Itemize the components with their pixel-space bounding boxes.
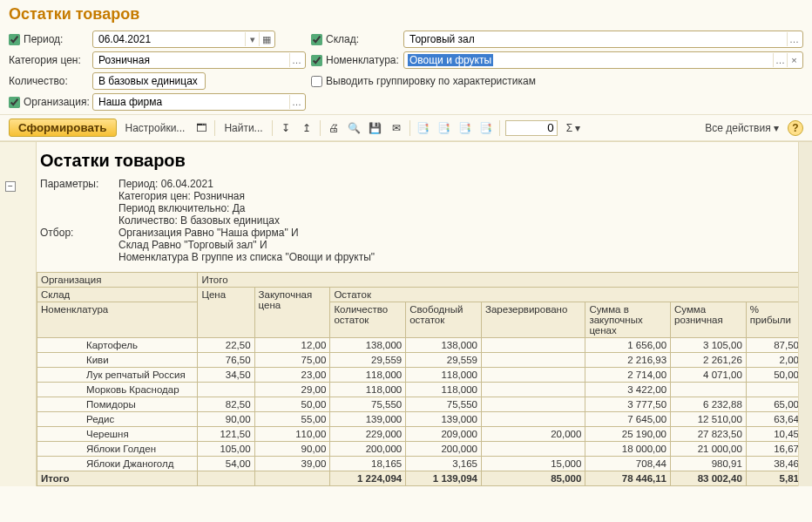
cell-pprice: 39,00: [254, 457, 330, 471]
dropdown-icon[interactable]: ▾: [245, 32, 259, 46]
col-remainder-group: Остаток: [330, 288, 798, 302]
cell-qty: 118,000: [330, 368, 406, 383]
cell-res: [482, 412, 585, 427]
cell-free: 75,550: [406, 397, 482, 412]
org-checkbox[interactable]: [9, 97, 20, 108]
period-field[interactable]: ▾ ▦: [92, 31, 275, 48]
settings-icon[interactable]: 🗔: [193, 120, 209, 136]
nomen-field[interactable]: Овощи и фрукты … ×: [403, 51, 803, 69]
cell-qty: 138,000: [330, 338, 406, 353]
price-cat-input[interactable]: [97, 53, 289, 67]
qty-field[interactable]: [92, 72, 206, 90]
cell-pprice: 110,00: [254, 427, 330, 442]
table-row[interactable]: Черешня121,50110,00229,000209,00020,0002…: [37, 427, 799, 442]
ellipsis-icon[interactable]: …: [289, 95, 303, 109]
org-field[interactable]: …: [92, 93, 306, 111]
table-row[interactable]: Картофель22,5012,00138,000138,0001 656,0…: [37, 338, 799, 353]
warehouse-input[interactable]: [408, 32, 787, 46]
print-icon[interactable]: 🖨: [326, 120, 342, 136]
col-warehouse: Склад: [37, 288, 198, 302]
sigma-button[interactable]: Σ ▾: [563, 122, 585, 134]
calendar-icon[interactable]: ▦: [259, 32, 273, 46]
org-input[interactable]: [97, 95, 289, 109]
cell-res: [482, 338, 585, 353]
ellipsis-icon[interactable]: …: [289, 53, 303, 67]
cell-pct: 10,45: [746, 427, 798, 442]
cell-pct: [746, 383, 798, 397]
report-parameters: Параметры: Период: 06.04.2021 Категория …: [37, 178, 798, 263]
col-reserved: Зарезервировано: [482, 302, 585, 338]
cell-price: 54,00: [198, 457, 254, 471]
separator: [409, 120, 410, 136]
ellipsis-icon[interactable]: …: [773, 53, 787, 67]
nomen-checkbox[interactable]: [311, 55, 322, 66]
table-row[interactable]: Яблоки Джаноголд54,0039,0018,1653,16515,…: [37, 457, 799, 471]
cell-spur: 25 190,00: [585, 427, 671, 442]
cell-pct: 63,64: [746, 412, 798, 427]
page-title: Остатки товаров: [0, 0, 812, 31]
warehouse-field[interactable]: …: [403, 31, 803, 48]
warehouse-checkbox[interactable]: [311, 34, 322, 45]
save-icon[interactable]: 💾: [368, 120, 383, 136]
mail-icon[interactable]: ✉: [389, 120, 404, 136]
ellipsis-icon[interactable]: …: [787, 32, 801, 46]
variant3-icon[interactable]: 📑: [457, 120, 473, 136]
col-org: Организация: [37, 273, 198, 288]
cell-name: Картофель: [37, 338, 198, 353]
qty-input[interactable]: [97, 74, 231, 88]
filter-label: Отбор:: [40, 227, 118, 263]
help-icon[interactable]: ?: [788, 120, 803, 136]
form-button[interactable]: Сформировать: [9, 119, 117, 137]
counter-input[interactable]: [505, 120, 558, 136]
cell-sret: 4 071,00: [671, 368, 747, 383]
table-row[interactable]: Морковь Краснодар29,00118,000118,0003 42…: [37, 383, 799, 397]
price-cat-field[interactable]: …: [92, 51, 306, 69]
col-free-rem: Свободный остаток: [406, 302, 482, 338]
cell-pprice: 90,00: [254, 442, 330, 457]
period-checkbox[interactable]: [9, 34, 20, 45]
collapse-icon[interactable]: ↧: [278, 120, 294, 136]
cell-qty: 229,000: [330, 427, 406, 442]
cell-free: 200,000: [406, 442, 482, 457]
variant2-icon[interactable]: 📑: [436, 120, 452, 136]
all-actions-button[interactable]: Все действия ▾: [701, 122, 782, 134]
find-button[interactable]: Найти...: [220, 122, 266, 134]
cell-sret: 21 000,00: [671, 442, 747, 457]
col-sum-retail: Сумма розничная: [671, 302, 747, 338]
param-line: Период включительно: Да: [118, 202, 280, 214]
table-row[interactable]: Яблоки Голден105,0090,00200,000200,00018…: [37, 442, 799, 457]
expand-icon[interactable]: ↥: [299, 120, 315, 136]
report-title: Остатки товаров: [37, 142, 798, 178]
cell-pprice: 29,00: [254, 383, 330, 397]
period-input[interactable]: [97, 32, 245, 46]
cell-spur: 2 714,00: [585, 368, 671, 383]
nomen-value-selected[interactable]: Овощи и фрукты: [408, 54, 493, 66]
preview-icon[interactable]: 🔍: [347, 120, 362, 136]
cell-sret: 12 510,00: [671, 412, 747, 427]
collapse-node-icon[interactable]: −: [5, 181, 16, 192]
warehouse-label: Склад:: [326, 33, 359, 45]
variant4-icon[interactable]: 📑: [478, 120, 494, 136]
group-by-char-checkbox[interactable]: [311, 76, 322, 87]
period-label: Период:: [24, 33, 63, 45]
cell-qty: 118,000: [330, 383, 406, 397]
cell-free: 29,559: [406, 353, 482, 368]
table-row[interactable]: Помидоры82,5050,0075,55075,5503 777,506 …: [37, 397, 799, 412]
cell-name: Помидоры: [37, 397, 198, 412]
table-row[interactable]: Редис90,0055,00139,000139,0007 645,0012 …: [37, 412, 799, 427]
cell-qty: 139,000: [330, 412, 406, 427]
vertical-scrollbar[interactable]: [798, 142, 812, 486]
param-line: Категория цен: Розничная: [118, 190, 280, 202]
cell-pprice: 23,00: [254, 368, 330, 383]
table-row[interactable]: Лук репчатый Россия34,5023,00118,000118,…: [37, 368, 799, 383]
group-by-char-label: Выводить группировку по характеристикам: [326, 75, 536, 87]
cell-qty: 29,559: [330, 353, 406, 368]
filter-panel: Период: ▾ ▦ Склад: … Категория цен:: [0, 31, 812, 111]
table-row[interactable]: Киви76,5075,0029,55929,5592 216,932 261,…: [37, 353, 799, 368]
variant-icon[interactable]: 📑: [416, 120, 431, 136]
org-label: Организация:: [24, 96, 90, 108]
filter-line: Номенклатура В группе из списка "Овощи и…: [118, 251, 375, 263]
clear-icon[interactable]: ×: [787, 53, 801, 67]
settings-button[interactable]: Настройки...: [122, 122, 189, 134]
params-label: Параметры:: [40, 178, 118, 227]
